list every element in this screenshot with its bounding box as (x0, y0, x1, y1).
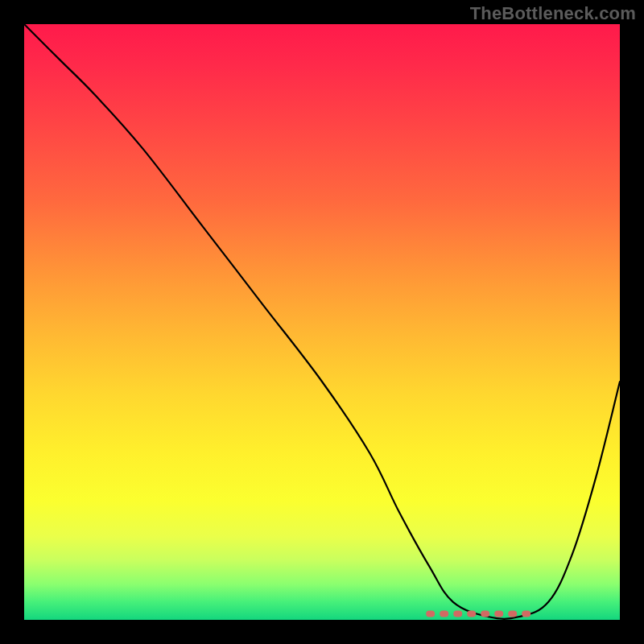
chart-frame: TheBottleneck.com (0, 0, 644, 644)
watermark-text: TheBottleneck.com (470, 3, 636, 24)
plot-area (24, 24, 620, 620)
bottleneck-curve (24, 24, 620, 619)
chart-svg (24, 24, 620, 620)
